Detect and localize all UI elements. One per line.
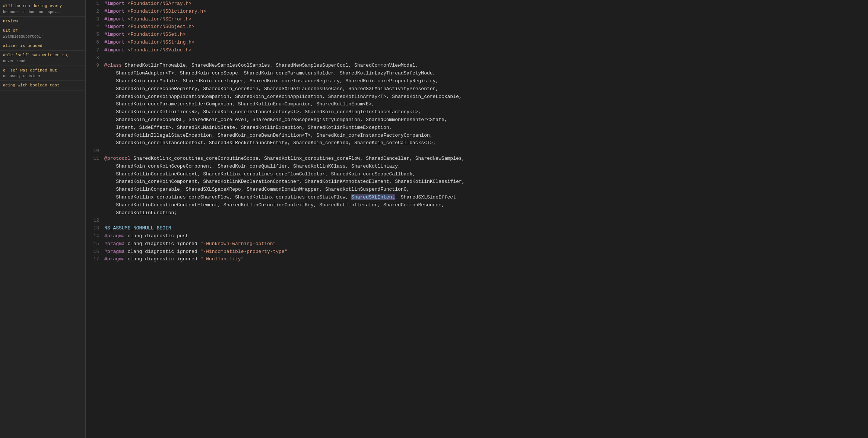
code-line-2: #import <Foundation/NSDictionary.h> bbox=[104, 8, 868, 16]
warning-3: ult of wSamplesSuperCool' bbox=[0, 26, 85, 41]
code-text[interactable]: #import <Foundation/NSArray.h> #import <… bbox=[101, 0, 868, 438]
code-line-1: #import <Foundation/NSArray.h> bbox=[104, 0, 868, 8]
code-editor[interactable]: 1 2 3 4 5 6 7 8 9 10 11 12 13 14 15 16 bbox=[86, 0, 868, 438]
line-numbers: 1 2 3 4 5 6 7 8 9 10 11 12 13 14 15 16 bbox=[86, 0, 101, 438]
code-line-9d: SharedKoin_coreKoinApplicationCompanion,… bbox=[104, 93, 868, 101]
warning-6: e 'se' was defined but er used; consider bbox=[0, 66, 85, 81]
code-line-9: @class SharedKotlinThrowable, SharedNewS… bbox=[104, 62, 868, 70]
code-line-13: NS_ASSUME_NONNULL_BEGIN bbox=[104, 225, 868, 232]
code-line-6: #import <Foundation/NSString.h> bbox=[104, 39, 868, 47]
code-line-9b: SharedKoin_coreModule, SharedKoin_coreLo… bbox=[104, 77, 868, 85]
code-line-9i: SharedKotlinIllegalStateException, Share… bbox=[104, 132, 868, 140]
warning-1: Will be run during every because it does… bbox=[0, 1, 85, 17]
code-line-12 bbox=[104, 217, 868, 225]
code-line-17: #pragma clang diagnostic ignored "-Wnull… bbox=[104, 256, 868, 263]
code-line-11c: SharedKoin_coreKoinComponent, SharedKotl… bbox=[104, 178, 868, 186]
code-line-9c: SharedKoin_coreScopeRegistry, SharedKoin… bbox=[104, 85, 868, 93]
code-line-11a: SharedKoin_coreKoinScopeComponent, Share… bbox=[104, 163, 868, 171]
code-line-10 bbox=[104, 147, 868, 155]
warning-5: able 'self' was written to, never read bbox=[0, 51, 85, 66]
code-line-9f: SharedKoin_coreDefinition<R>, SharedKoin… bbox=[104, 108, 868, 116]
code-line-11d: SharedKotlinComparable, SharedSXLSpaceXR… bbox=[104, 186, 868, 194]
code-line-9a: SharedFlowAdapter<T>, SharedKoin_coreSco… bbox=[104, 70, 868, 77]
code-line-7: #import <Foundation/NSValue.h> bbox=[104, 47, 868, 54]
warning-7: acing with boolean test bbox=[0, 81, 85, 91]
code-line-14: #pragma clang diagnostic push bbox=[104, 232, 868, 240]
code-line-9e: SharedKoin_coreParametersHolderCompanion… bbox=[104, 101, 868, 108]
code-line-11g: SharedKotlinFunction; bbox=[104, 209, 868, 217]
code-line-3: #import <Foundation/NSError.h> bbox=[104, 16, 868, 23]
warning-2: ntView bbox=[0, 17, 85, 26]
warning-4: alizer is unused bbox=[0, 41, 85, 51]
code-line-16: #pragma clang diagnostic ignored "-Winco… bbox=[104, 248, 868, 256]
code-line-15: #pragma clang diagnostic ignored "-Wunkn… bbox=[104, 240, 868, 248]
warnings-panel: Will be run during every because it does… bbox=[0, 0, 86, 438]
code-line-9h: Intent, SideEffect>, SharedSXLMainUiStat… bbox=[104, 124, 868, 132]
code-line-11e: SharedKotlinx_coroutines_coreSharedFlow,… bbox=[104, 194, 868, 201]
code-line-11f: SharedKotlinCoroutineContextElement, Sha… bbox=[104, 201, 868, 209]
code-line-9g: SharedKoin_coreScopeDSL, SharedKoin_core… bbox=[104, 116, 868, 124]
code-line-11: @protocol SharedKotlinx_coroutines_coreC… bbox=[104, 155, 868, 163]
code-line-9j: SharedKoin_coreInstanceContext, SharedSX… bbox=[104, 139, 868, 147]
code-line-4: #import <Foundation/NSObject.h> bbox=[104, 23, 868, 31]
code-line-8 bbox=[104, 54, 868, 62]
code-line-5: #import <Foundation/NSSet.h> bbox=[104, 31, 868, 39]
code-line-11b: SharedKotlinCoroutineContext, SharedKotl… bbox=[104, 171, 868, 178]
